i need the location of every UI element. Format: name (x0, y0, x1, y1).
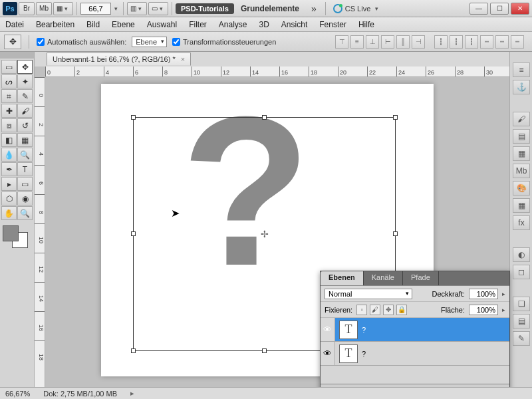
distribute-left-button[interactable]: ┅ (480, 35, 493, 49)
document-tab[interactable]: Unbenannt-1 bei 66,7% (?, RGB/16) * × (47, 53, 191, 66)
menu-ebene[interactable]: Ebene (112, 20, 135, 29)
view-extras-button[interactable]: ▦▾ (53, 2, 73, 15)
stamp-tool[interactable]: ⧈ (1, 118, 17, 132)
opacity-arrow-icon[interactable]: ▸ (502, 291, 505, 297)
3d-camera-tool[interactable]: ◉ (17, 192, 33, 205)
horizontal-ruler[interactable]: 024681012141618202224262830 (45, 66, 509, 77)
lock-position-button[interactable]: ✥ (383, 305, 394, 315)
psd-tutorials-button[interactable]: PSD-Tutorials (176, 3, 234, 14)
handle-top-left[interactable] (131, 115, 136, 120)
gradient-tool[interactable]: ▦ (17, 133, 33, 147)
tab-pfade[interactable]: Pfade (403, 271, 439, 285)
transform-center-icon[interactable]: ✢ (259, 229, 270, 239)
path-select-tool[interactable]: ▸ (1, 177, 17, 191)
window-minimize-button[interactable]: — (469, 3, 488, 15)
masks-panel-icon[interactable]: ◻ (513, 265, 530, 279)
distribute-bottom-button[interactable]: ┇ (465, 35, 478, 49)
handle-top-right[interactable] (393, 115, 398, 120)
brushes-panel-icon[interactable]: 🖌 (513, 112, 530, 126)
opacity-field[interactable]: 100% (469, 289, 498, 299)
zoom-tool[interactable]: 🔍 (17, 206, 33, 220)
distribute-top-button[interactable]: ┇ (434, 35, 448, 49)
zoom-level-field[interactable]: 66,7 (80, 3, 111, 15)
menu-bearbeiten[interactable]: Bearbeiten (36, 20, 74, 29)
magic-wand-tool[interactable]: ✦ (17, 74, 33, 88)
type-tool[interactable]: T (17, 162, 33, 176)
eyedropper-tool[interactable]: ✎ (17, 89, 33, 103)
menu-ansicht[interactable]: Ansicht (281, 20, 307, 29)
hand-tool[interactable]: ✋ (1, 206, 17, 220)
brush-tool[interactable]: 🖌 (17, 104, 33, 118)
styles-panel-icon[interactable]: fx (513, 215, 530, 230)
history-panel-icon[interactable]: ≡ (513, 63, 530, 77)
screen-mode-button[interactable]: ▭▾ (148, 2, 168, 15)
lock-pixels-button[interactable]: 🖌 (370, 305, 380, 315)
status-zoom[interactable]: 66,67% (5, 390, 30, 398)
menu-analyse[interactable]: Analyse (219, 20, 247, 29)
auto-select-checkbox[interactable]: Automatisch auswählen: (37, 38, 126, 46)
align-left-button[interactable]: ⊢ (381, 35, 394, 49)
layer-thumbnail[interactable]: T (339, 344, 358, 363)
fill-arrow-icon[interactable]: ▸ (502, 307, 505, 313)
layers-panel-icon[interactable]: ❏ (513, 297, 530, 311)
move-tool[interactable]: ✥ (17, 60, 33, 74)
clone-source-panel-icon[interactable]: ▤ (513, 129, 530, 144)
align-top-button[interactable]: ⊤ (335, 35, 348, 49)
align-bottom-button[interactable]: ⊥ (366, 35, 379, 49)
layer-row[interactable]: 👁 T ? (321, 342, 509, 366)
align-vcenter-button[interactable]: ≡ (350, 35, 364, 49)
photoshop-logo[interactable]: Ps (3, 2, 17, 15)
layer-name[interactable]: ? (362, 350, 366, 358)
shape-tool[interactable]: ▭ (17, 177, 33, 191)
blend-mode-dropdown[interactable]: Normal (325, 289, 412, 299)
menu-bild[interactable]: Bild (86, 20, 100, 29)
minibridge-panel-icon[interactable]: Mb (513, 164, 530, 178)
layer-visibility-icon[interactable]: 👁 (321, 342, 335, 365)
transform-controls-checkbox[interactable]: Transformationssteuerungen (172, 38, 276, 46)
swatches-panel-icon[interactable]: ▦ (513, 198, 530, 213)
healing-tool[interactable]: ✚ (1, 104, 17, 118)
handle-bottom-left[interactable] (131, 348, 136, 353)
auto-select-target-dropdown[interactable]: Ebene (132, 37, 167, 47)
auto-select-check[interactable] (37, 38, 45, 46)
dodge-tool[interactable]: 🔍 (17, 148, 33, 162)
lasso-tool[interactable]: ᔕ (1, 74, 17, 88)
handle-top-mid[interactable] (262, 115, 267, 120)
launch-minibridge-button[interactable]: Mb (36, 2, 52, 15)
zoom-dropdown-icon[interactable]: ▾ (112, 5, 120, 12)
fill-field[interactable]: 100% (469, 305, 498, 315)
eraser-tool[interactable]: ◧ (1, 133, 17, 147)
layers-panel[interactable]: Ebenen Kanäle Pfade Normal Deckkraft: 10… (320, 271, 510, 399)
panel-collapse-handle[interactable] (0, 52, 34, 59)
menu-auswahl[interactable]: Auswahl (147, 20, 177, 29)
marquee-tool[interactable]: ▭ (1, 60, 17, 74)
workspace-name[interactable]: Grundelemente (235, 4, 305, 13)
distribute-vcenter-button[interactable]: ┇ (450, 35, 463, 49)
lock-transparency-button[interactable]: ▫ (356, 305, 367, 315)
vertical-ruler[interactable]: 024681012141618 (35, 77, 45, 387)
arrange-documents-button[interactable]: ▥▾ (127, 2, 147, 15)
menu-datei[interactable]: Datei (5, 20, 24, 29)
transform-check[interactable] (172, 38, 180, 46)
menu-3d[interactable]: 3D (259, 20, 269, 29)
layer-thumbnail[interactable]: T (339, 321, 358, 339)
layer-visibility-icon[interactable]: 👁 (321, 318, 335, 341)
handle-mid-right[interactable] (393, 231, 398, 236)
menu-fenster[interactable]: Fenster (319, 20, 346, 29)
handle-bottom-mid[interactable] (262, 348, 267, 353)
layer-row[interactable]: 👁 T ? (321, 318, 509, 342)
history-brush-tool[interactable]: ↺ (17, 118, 33, 132)
pen-tool[interactable]: ✒ (1, 162, 17, 176)
status-more-icon[interactable]: ▸ (130, 389, 134, 398)
actions-panel-icon[interactable]: ⚓ (513, 80, 530, 94)
lock-all-button[interactable]: 🔒 (396, 305, 407, 315)
distribute-hcenter-button[interactable]: ┅ (495, 35, 509, 49)
blur-tool[interactable]: 💧 (1, 148, 17, 162)
window-maximize-button[interactable]: ☐ (490, 3, 509, 15)
brush-presets-icon[interactable]: ▦ (513, 146, 530, 161)
menu-hilfe[interactable]: Hilfe (358, 20, 374, 29)
align-hcenter-button[interactable]: ║ (396, 35, 410, 49)
cs-live-button[interactable]: CS Live ▾ (329, 4, 385, 13)
channels-panel-icon[interactable]: ▤ (513, 314, 530, 329)
distribute-right-button[interactable]: ┅ (511, 35, 524, 49)
